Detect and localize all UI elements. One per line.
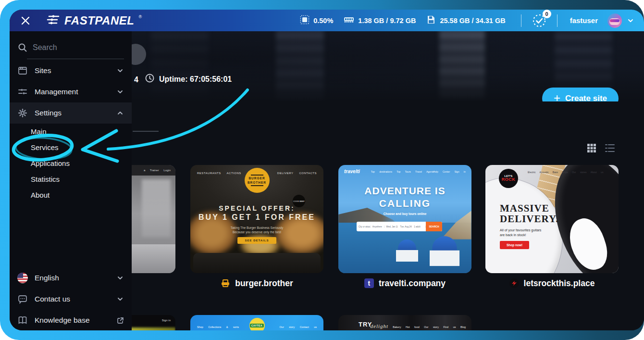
search-underline xyxy=(27,59,124,59)
letsrock-thumb-nav: Electric Acoustic Bass Amps Our stores A… xyxy=(528,171,614,174)
burger-subline-2: Because you deserve only the best xyxy=(190,230,323,234)
fastpanel-logo-text: FASTPANEL xyxy=(64,14,134,27)
fastpanel-logo-icon xyxy=(46,14,61,27)
chevron-down-icon xyxy=(116,67,124,75)
sidebar-item-contact-us[interactable]: Contact us xyxy=(10,289,132,310)
travelti-thumb-nav: Top destinations Top Tours Travel Agents xyxy=(371,170,434,173)
sidebar-subitem-main[interactable]: Main xyxy=(10,124,132,139)
grid-view-icon[interactable] xyxy=(586,143,597,153)
sidebar-subitem-applications[interactable]: Applications xyxy=(10,155,132,171)
burger-brother-logo: BURGERBROTHER xyxy=(245,168,270,193)
uptime-indicator: Uptime: 67:05:56:01 xyxy=(145,74,232,85)
language-flag-icon xyxy=(17,273,28,283)
letsrock-headline-2: DELIVERY. xyxy=(500,213,558,225)
site-card-letsrock[interactable]: LET'SROCK Electric Acoustic Bass Amps Ou… xyxy=(485,165,619,273)
top-bar: FASTPANEL ® 0.50% xyxy=(10,10,644,31)
search-icon xyxy=(17,42,28,53)
caytea-thumb-nav-right: Our story Contact us xyxy=(280,326,317,328)
ram-icon xyxy=(344,15,354,25)
external-link-icon xyxy=(116,316,124,324)
screenshot-stage: FASTPANEL ® 0.50% xyxy=(0,0,644,340)
disk-value: 25.58 GB / 34.31 GB xyxy=(440,17,505,25)
tasks-badge[interactable]: 0 xyxy=(531,13,547,29)
uptime-value: Uptime: 67:05:56:01 xyxy=(159,75,232,84)
list-view-icon[interactable] xyxy=(605,143,615,153)
burger-headline-1: SPECIAL OFFER: xyxy=(190,204,323,212)
chevron-up-icon xyxy=(116,109,124,117)
sidebar: Sites Management xyxy=(10,31,132,330)
letsrock-favicon xyxy=(509,278,519,288)
sidebar-subitem-statistics[interactable]: Statistics xyxy=(10,171,132,187)
contact-chat-icon xyxy=(17,294,28,304)
ram-stat[interactable]: 1.38 GB / 9.72 GB xyxy=(344,15,416,25)
site-card-burger[interactable]: RESTAURANTS ACTIONS DELIVERY CONTACTS BU… xyxy=(190,165,323,273)
site-card-row2-partial[interactable]: Sign in xyxy=(132,315,175,330)
site-name-letsrock[interactable]: letsrockthis.place xyxy=(485,277,619,290)
lets-rock-logo: LET'SROCK xyxy=(499,169,518,188)
trydelight-logo: TRYdelight xyxy=(359,321,390,328)
username[interactable]: fastuser xyxy=(570,16,598,25)
sidebar-item-knowledge-base[interactable]: Knowledge base xyxy=(10,310,132,330)
plus-icon: + xyxy=(554,92,560,102)
close-menu-icon[interactable] xyxy=(19,14,32,27)
site-name-travelti[interactable]: t travelti.company xyxy=(338,277,471,290)
site-card-caytea[interactable]: Shop Collections & sorts CAYTEA Our stor… xyxy=(190,315,323,330)
sidebar-subitem-about[interactable]: About xyxy=(10,187,132,203)
caytea-logo: CAYTEA xyxy=(249,318,265,330)
chevron-down-icon xyxy=(116,88,124,96)
cpu-stat[interactable]: 0.50% xyxy=(300,15,333,26)
sidebar-item-settings[interactable]: Settings xyxy=(10,102,132,124)
chevron-down-icon xyxy=(116,274,124,282)
fastpanel-app: FASTPANEL ® 0.50% xyxy=(10,10,644,330)
tab-underline xyxy=(133,131,159,132)
travelti-subline: Choose and buy tours online xyxy=(338,212,471,215)
site-card-travelti[interactable]: travelti Top destinations Top Tours Trav… xyxy=(338,165,471,273)
clock-icon xyxy=(145,74,154,85)
ram-value: 1.38 GB / 9.72 GB xyxy=(358,17,416,25)
burger-thumb-nav-right: DELIVERY CONTACTS xyxy=(277,172,317,175)
travelti-headline-2: CALLING xyxy=(338,198,471,209)
divider xyxy=(557,14,557,27)
server-hero-image: 4 Uptime: 67:05:56:01 + Create site xyxy=(132,31,644,101)
trydelight-thumb-nav: Bakery Hot food Our story Find us Blog xyxy=(393,326,466,328)
cpu-icon xyxy=(300,15,310,26)
travelti-brand: travelti xyxy=(344,169,360,174)
sidebar-item-language[interactable]: English xyxy=(10,267,132,289)
view-toggles xyxy=(586,143,615,153)
fitness-thumb-nav: a Trainer Login xyxy=(132,165,175,176)
site-name-burger[interactable]: burger.brother xyxy=(190,277,323,290)
sidebar-subitem-services[interactable]: Services xyxy=(10,139,132,155)
site-card-trydelight[interactable]: TRYdelight Bakery Hot food Our story Fin… xyxy=(338,315,471,330)
sidebar-search[interactable] xyxy=(10,38,132,57)
travelti-headline-1: ADVENTURE IS xyxy=(338,185,471,197)
sidebar-item-management[interactable]: Management xyxy=(10,81,132,102)
user-avatar[interactable] xyxy=(607,13,622,28)
sidebar-item-sites[interactable]: Sites xyxy=(10,60,132,81)
burger-cta-button: SEE DETAILS xyxy=(237,237,277,244)
letsrock-subline-1: All of your favourites guitars xyxy=(500,228,541,232)
burger-thumb-nav-left: RESTAURANTS ACTIONS xyxy=(197,172,241,175)
letsrock-subline-2: are back in stock! xyxy=(500,233,526,237)
burger-headline-2: BUY 1 GET 1 FOR FREE xyxy=(190,213,323,222)
letsrock-cta-button: Shop now! xyxy=(500,241,529,249)
management-icon xyxy=(17,87,28,97)
sites-icon xyxy=(17,65,28,76)
create-site-button[interactable]: + Create site xyxy=(542,88,619,101)
tasks-count: 0 xyxy=(543,10,551,18)
cpu-value: 0.50% xyxy=(313,17,333,25)
disk-stat[interactable]: 25.58 GB / 34.31 GB xyxy=(426,15,505,26)
site-name-partial[interactable]: ss xyxy=(132,277,175,290)
knowledge-book-icon xyxy=(17,315,28,326)
chevron-down-icon xyxy=(116,295,124,303)
travelti-search-bar: City or airport Anywhere Wed, Jan 18 Tue… xyxy=(357,222,442,231)
user-menu-chevron-down-icon[interactable] xyxy=(627,17,634,25)
main-content: 4 Uptime: 67:05:56:01 + Create site xyxy=(132,31,644,330)
disk-icon xyxy=(426,15,436,26)
row2a-signin: Sign in xyxy=(162,319,171,322)
fastpanel-logo[interactable]: FASTPANEL ® xyxy=(46,14,141,27)
travelti-thumb-nav-right: Help Center Sign in xyxy=(433,170,466,173)
top-bar-stats: 0.50% 1.38 GB / 9.72 GB xyxy=(300,13,634,29)
search-input[interactable] xyxy=(33,43,110,52)
site-card-fitness-partial[interactable]: a Trainer Login xyxy=(132,165,175,273)
travelti-search-button: SEARCH xyxy=(426,222,442,231)
